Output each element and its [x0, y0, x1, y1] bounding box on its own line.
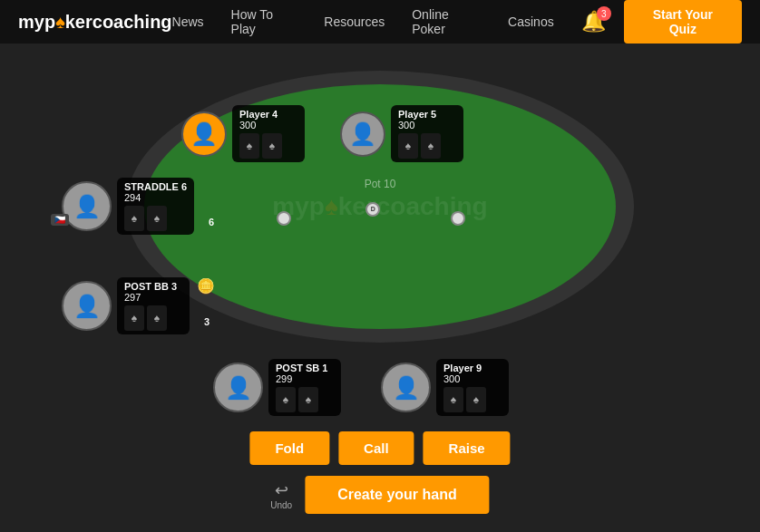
card: ♠	[262, 133, 282, 159]
card: ♠	[124, 206, 144, 231]
quiz-button[interactable]: Start Your Quiz	[624, 0, 742, 44]
card: ♠	[147, 206, 167, 231]
player4-cards: ♠ ♠	[239, 133, 282, 159]
postbb-name: POST BB 3	[124, 281, 177, 292]
player5-chips: 300	[398, 120, 414, 131]
action-buttons: Fold Call Raise	[249, 431, 510, 465]
card: ♠	[276, 387, 296, 412]
postsb-cards: ♠ ♠	[276, 387, 318, 412]
create-hand-button[interactable]: Create your hand	[305, 476, 490, 514]
create-row: ↩ Undo Create your hand	[270, 476, 490, 514]
straddle-cards: ♠ ♠	[124, 206, 167, 231]
nav-casinos[interactable]: Casinos	[508, 15, 554, 29]
player4-info: Player 4 300 ♠ ♠	[232, 105, 305, 162]
postbb-cards: ♠ ♠	[124, 305, 167, 331]
postsb-chips: 299	[276, 373, 292, 384]
raise-button[interactable]: Raise	[424, 431, 511, 465]
nav-resources[interactable]: Resources	[324, 15, 385, 29]
card: ♠	[124, 305, 144, 331]
token-postbb	[451, 211, 465, 226]
avatar-player5: 👤	[340, 111, 385, 157]
card: ♠	[466, 387, 486, 412]
controls: Fold Call Raise ↩ Undo Create your hand	[249, 431, 510, 514]
player9-cards: ♠ ♠	[443, 387, 486, 412]
player-postsb: 👤 POST SB 1 299 ♠ ♠	[213, 359, 341, 416]
token-postsb	[277, 211, 291, 226]
player9-name: Player 9	[443, 363, 482, 373]
straddle-flag: 🇨🇿	[51, 214, 69, 226]
card: ♠	[443, 387, 463, 412]
player-4: 👤 Player 4 300 ♠ ♠	[181, 105, 305, 162]
chip-stack-icon: 🪙	[197, 277, 215, 295]
undo-label: Undo	[270, 500, 292, 510]
player5-cards: ♠ ♠	[398, 133, 441, 159]
player-postbb: 👤 POST BB 3 297 ♠ ♠ 3 🪙	[62, 277, 190, 334]
avatar-straddle: 👤	[62, 181, 112, 231]
card: ♠	[398, 133, 418, 159]
avatar-player9: 👤	[381, 363, 431, 412]
player4-chips: 300	[239, 120, 256, 131]
postbb-side-num: 3	[204, 316, 209, 327]
card: ♠	[239, 133, 259, 159]
player-9: 👤 Player 9 300 ♠ ♠	[381, 359, 509, 416]
card: ♠	[298, 387, 318, 412]
call-button[interactable]: Call	[338, 431, 414, 465]
notification-bell[interactable]: 🔔 3	[581, 10, 606, 34]
main-area: myp♠kercoaching Pot 10 D 👤 Player 4 300 …	[0, 44, 760, 532]
card: ♠	[147, 305, 167, 331]
header: myp♠kercoaching News How To Play Resourc…	[0, 0, 760, 44]
nav-news[interactable]: News	[172, 15, 204, 29]
nav-how-to-play[interactable]: How To Play	[231, 7, 297, 36]
nav: News How To Play Resources Online Poker …	[172, 7, 554, 36]
avatar-postbb: 👤	[62, 281, 112, 331]
card: ♠	[421, 133, 441, 159]
straddle-side-num: 6	[209, 217, 214, 227]
nav-online-poker[interactable]: Online Poker	[412, 7, 481, 36]
straddle-chips: 294	[124, 192, 141, 203]
postsb-info: POST SB 1 299 ♠ ♠	[268, 359, 341, 416]
postbb-info: POST BB 3 297 ♠ ♠	[117, 277, 190, 334]
undo-button[interactable]: ↩ Undo	[270, 480, 292, 510]
player5-info: Player 5 300 ♠ ♠	[391, 105, 463, 162]
player4-name: Player 4	[239, 109, 278, 120]
avatar-player4: 👤	[181, 111, 227, 157]
logo: myp♠kercoaching	[18, 12, 172, 33]
notification-count: 3	[597, 6, 611, 21]
postbb-chips: 297	[124, 292, 141, 303]
postsb-name: POST SB 1	[276, 363, 327, 373]
player9-chips: 300	[443, 373, 460, 384]
straddle-info: STRADDLE 6 294 ♠ ♠	[117, 178, 194, 235]
undo-icon: ↩	[275, 480, 288, 500]
pot-label: Pot 10	[365, 178, 396, 190]
player5-name: Player 5	[398, 109, 436, 120]
dealer-button: D	[365, 202, 380, 217]
straddle-name: STRADDLE 6	[124, 181, 187, 192]
fold-button[interactable]: Fold	[249, 431, 329, 465]
player-straddle: 👤 STRADDLE 6 294 ♠ ♠ 🇨🇿 6	[62, 178, 194, 235]
avatar-postsb: 👤	[213, 363, 263, 412]
player9-info: Player 9 300 ♠ ♠	[436, 359, 509, 416]
player-5: 👤 Player 5 300 ♠ ♠	[340, 105, 463, 162]
